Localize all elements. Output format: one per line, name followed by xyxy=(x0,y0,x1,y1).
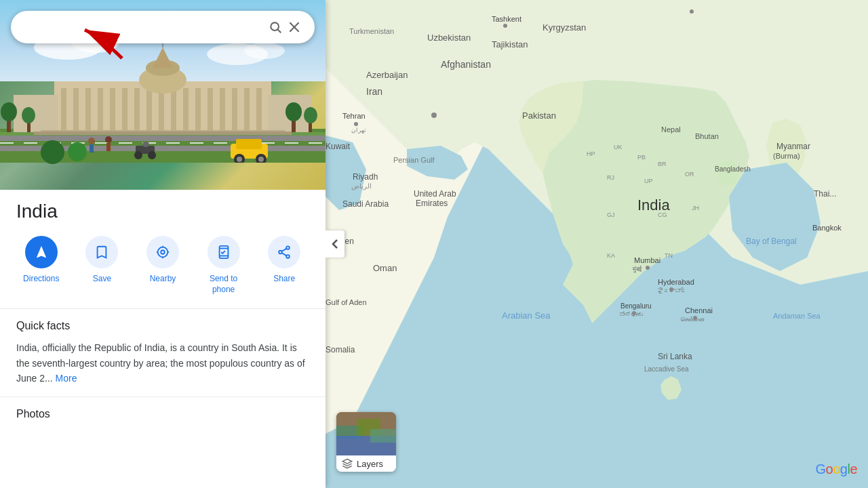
svg-rect-38 xyxy=(34,131,292,135)
save-label: Save xyxy=(93,274,111,285)
nearby-label: Nearby xyxy=(150,274,176,285)
svg-text:Hyderabad: Hyderabad xyxy=(658,278,694,286)
svg-point-44 xyxy=(285,102,302,121)
collapse-panel-button[interactable] xyxy=(326,230,344,258)
svg-point-118 xyxy=(693,316,697,320)
svg-point-77 xyxy=(286,255,290,258)
svg-text:(Burma): (Burma) xyxy=(773,152,800,160)
share-label: Share xyxy=(273,274,295,285)
photos-section: Photos xyxy=(0,397,326,439)
layers-label: Layers xyxy=(357,459,383,469)
svg-point-66 xyxy=(161,250,165,254)
svg-point-112 xyxy=(669,287,673,291)
svg-text:Riyadh: Riyadh xyxy=(353,172,378,182)
svg-line-79 xyxy=(282,249,287,251)
svg-text:Afghanistan: Afghanistan xyxy=(441,59,491,70)
svg-rect-24 xyxy=(232,88,237,132)
search-input[interactable]: ভারত xyxy=(22,21,266,33)
share-icon xyxy=(268,236,300,268)
svg-point-3 xyxy=(244,43,285,59)
svg-rect-11 xyxy=(73,88,79,132)
svg-text:Saudi Arabia: Saudi Arabia xyxy=(342,199,389,209)
svg-point-76 xyxy=(279,251,282,254)
svg-text:Iran: Iran xyxy=(366,86,382,97)
svg-text:Tehran: Tehran xyxy=(342,112,366,120)
search-button[interactable] xyxy=(266,20,285,34)
svg-marker-30 xyxy=(153,47,173,68)
directions-icon xyxy=(25,236,58,268)
left-panel: ভারত India xyxy=(0,0,326,488)
svg-text:UK: UK xyxy=(614,144,623,150)
svg-point-54 xyxy=(134,151,142,159)
svg-rect-58 xyxy=(90,144,94,152)
svg-text:Laccadive Sea: Laccadive Sea xyxy=(644,365,689,373)
photos-title: Photos xyxy=(16,408,309,420)
svg-text:CG: CG xyxy=(658,211,667,218)
svg-text:Tashkent: Tashkent xyxy=(492,15,521,23)
svg-rect-16 xyxy=(134,88,140,132)
save-button[interactable]: Save xyxy=(80,236,123,295)
quick-facts-title: Quick facts xyxy=(16,320,309,332)
svg-text:PB: PB xyxy=(637,154,646,161)
layers-thumbnail xyxy=(336,412,396,455)
svg-point-129 xyxy=(503,24,507,28)
save-icon xyxy=(85,236,118,268)
svg-text:Mumbai: Mumbai xyxy=(634,256,660,264)
svg-text:Azerbaijan: Azerbaijan xyxy=(366,70,408,80)
svg-text:Kuwait: Kuwait xyxy=(326,142,351,151)
svg-point-146 xyxy=(690,9,694,14)
svg-text:OR: OR xyxy=(685,171,694,178)
svg-text:Persian Gulf: Persian Gulf xyxy=(393,156,435,164)
directions-label: Directions xyxy=(23,274,59,285)
svg-text:Bay of Bengal: Bay of Bengal xyxy=(746,237,797,246)
place-name: India xyxy=(0,190,326,222)
svg-text:சென்னை: சென்னை xyxy=(681,316,705,323)
layers-icon xyxy=(342,458,353,469)
svg-text:KA: KA xyxy=(607,252,615,259)
svg-text:मुंबई: मुंबई xyxy=(632,265,642,273)
svg-point-109 xyxy=(646,266,650,270)
svg-text:Tajikistan: Tajikistan xyxy=(492,39,528,49)
svg-rect-14 xyxy=(110,88,115,132)
share-button[interactable]: Share xyxy=(262,236,306,295)
svg-text:GJ: GJ xyxy=(607,211,615,218)
svg-point-145 xyxy=(431,113,437,118)
svg-point-46 xyxy=(304,107,317,123)
svg-point-56 xyxy=(142,142,149,147)
svg-rect-13 xyxy=(98,88,103,132)
close-button[interactable] xyxy=(285,20,304,34)
svg-rect-20 xyxy=(183,88,189,132)
svg-text:Somalia: Somalia xyxy=(326,345,355,354)
svg-text:الرياض: الرياض xyxy=(351,182,372,190)
svg-point-131 xyxy=(354,122,358,126)
svg-rect-60 xyxy=(106,143,111,151)
svg-text:Sri Lanka: Sri Lanka xyxy=(658,352,692,361)
svg-rect-22 xyxy=(208,88,213,132)
directions-button[interactable]: Directions xyxy=(20,236,63,295)
svg-text:BR: BR xyxy=(658,161,667,167)
svg-text:Oman: Oman xyxy=(373,263,397,273)
svg-point-52 xyxy=(258,157,264,162)
svg-point-57 xyxy=(88,138,95,144)
svg-rect-19 xyxy=(171,88,176,132)
search-bar: ভারত xyxy=(11,11,315,43)
svg-rect-151 xyxy=(370,429,396,443)
svg-text:Bangkok: Bangkok xyxy=(812,224,842,232)
layers-button[interactable]: Layers xyxy=(336,412,396,472)
map-panel[interactable]: Azerbaijan Turkmenistan Uzbekistan Kyrgy… xyxy=(326,0,868,488)
svg-line-78 xyxy=(282,253,287,256)
svg-text:Thai...: Thai... xyxy=(814,189,836,199)
svg-text:HP: HP xyxy=(587,150,595,157)
svg-rect-48 xyxy=(236,139,262,149)
svg-text:RJ: RJ xyxy=(607,174,614,181)
send-to-phone-button[interactable]: Send tophone xyxy=(202,236,245,295)
send-to-phone-icon xyxy=(208,236,240,268)
action-buttons-bar: Directions Save Nearby xyxy=(0,222,326,309)
nearby-button[interactable]: Nearby xyxy=(141,236,184,295)
svg-point-59 xyxy=(105,136,112,143)
svg-point-50 xyxy=(237,157,242,162)
svg-point-40 xyxy=(1,102,17,121)
send-to-phone-label: Send tophone xyxy=(210,274,237,295)
svg-text:تهران: تهران xyxy=(351,127,366,134)
more-link[interactable]: More xyxy=(56,373,77,384)
